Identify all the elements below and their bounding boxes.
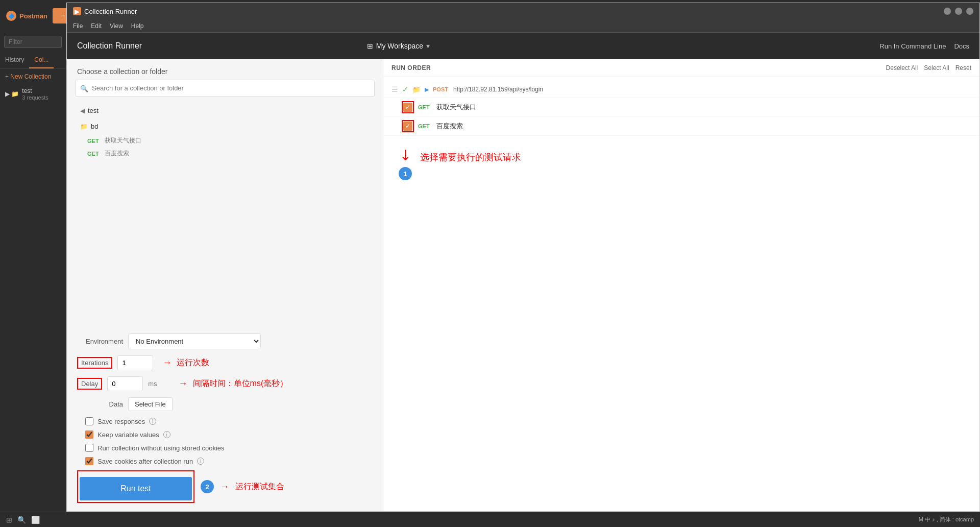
postman-logo: 🔷 Postman [6,11,47,21]
run-test-button[interactable]: Run test [80,477,192,500]
annotation-1-area: ↘ 1 选择需要执行的测试请求 [383,136,979,190]
outer-sidebar: History Col... + New Collection ▶ 📁 test… [0,32,66,527]
postman-logo-icon: 🔷 [6,11,16,21]
login-url: http://182.92.81.159/api/sys/login [453,86,543,93]
run-order-header: RUN ORDER Deselect All Select All Reset [383,59,979,77]
baidu-checkbox[interactable]: ✓ [403,122,412,131]
keep-variable-label: Keep variable values [97,431,159,439]
get-badge-1: GET [87,138,102,144]
weather-checkbox[interactable]: ✓ [403,103,412,112]
sub-item-weather[interactable]: GET 获取天气接口 [75,134,375,147]
deselect-all-button[interactable]: Deselect All [886,64,918,71]
run-order-actions: Deselect All Select All Reset [886,64,971,71]
menu-file[interactable]: File [73,22,83,30]
baidu-checkbox-highlight: ✓ [402,120,414,132]
status-search-icon[interactable]: 🔍 [17,516,26,524]
delay-unit: ms [148,380,157,388]
filter-input[interactable] [4,36,62,48]
run-button-row: Run test 2 → 运行测试集合 [77,470,373,503]
runner-header-title: Collection Runner [77,41,142,51]
save-cookies-info-icon[interactable]: i [197,458,204,465]
new-collection-button[interactable]: + New Collection [0,69,66,84]
sidebar-collection-test[interactable]: ▶ 📁 test 3 requests [0,84,66,104]
window-controls: — □ ✕ [944,8,973,15]
save-cookies-row: Save cookies after collection run i [77,457,373,465]
run-order-title: RUN ORDER [391,64,886,71]
reset-button[interactable]: Reset [955,64,971,71]
list-item-bd[interactable]: 📁 bd [75,118,375,134]
folder-bd-icon: 📁 [80,123,88,130]
runner-left-panel: Choose a collection or folder 🔍 ◀ test 📁… [67,59,383,511]
workspace-grid-icon: ⊞ [367,42,373,50]
close-button[interactable]: ✕ [966,8,973,15]
save-cookies-checkbox[interactable] [85,457,93,465]
delay-row: Delay ms → 间隔时间：单位ms(毫秒） [77,376,373,391]
minimize-button[interactable]: — [944,8,951,15]
select-all-button[interactable]: Select All [924,64,949,71]
run-order-item-weather-wrapper: ✓ GET 获取天气接口 [383,98,979,117]
arrow-iterations: → [162,357,172,368]
tab-collections[interactable]: Col... [29,52,54,68]
save-cookies-label: Save cookies after collection run [97,458,193,465]
get-badge-2: GET [87,151,102,157]
runner-menubar: File Edit View Help [67,19,979,33]
callout-circle-1: 1 [399,167,412,180]
status-bar: ⊞ 🔍 ⬜ M 中 ♪ , 简体 : otcamp [0,512,980,527]
select-file-button[interactable]: Select File [128,397,173,411]
status-icons: ⊞ 🔍 ⬜ [6,516,40,524]
filter-area [0,32,66,52]
status-grid-icon[interactable]: ⊞ [6,516,12,524]
search-box: 🔍 [75,80,375,97]
list-item-test[interactable]: ◀ test [75,103,375,118]
collection-sub: 3 requests [22,94,48,101]
delay-annotation: 间隔时间：单位ms(毫秒） [193,378,288,389]
arrow-delay: → [179,378,188,389]
environment-select[interactable]: No Environment [128,333,261,349]
drag-handle-icon[interactable]: ☰ [391,85,398,93]
no-cookies-checkbox[interactable] [85,444,93,452]
run-in-command-line-button[interactable]: Run In Command Line [879,42,946,50]
baidu-request-label: 百度搜索 [436,122,463,131]
menu-help[interactable]: Help [131,22,144,30]
iterations-row: Iterations → 运行次数 [77,355,373,370]
menu-edit[interactable]: Edit [91,22,102,30]
no-cookies-label: Run collection without using stored cook… [97,444,225,452]
search-input[interactable] [75,80,375,97]
arrow-select-icon: ↘ [395,145,415,165]
save-responses-row: Save responses i [77,417,373,425]
iterations-label: Iterations [81,359,108,367]
status-layout-icon[interactable]: ⬜ [31,516,40,524]
iterations-annotation: 运行次数 [177,357,209,368]
workspace-caret-icon: ▾ [426,42,430,50]
keep-variable-checkbox[interactable] [85,430,93,439]
save-responses-checkbox[interactable] [85,417,93,425]
data-row: Data Select File [77,397,373,411]
workspace-label: My Workspace [376,42,423,50]
workspace-selector[interactable]: ⊞ My Workspace ▾ [367,42,430,50]
check-icon: ✓ [402,85,408,93]
select-annotation: 选择需要执行的测试请求 [420,151,521,163]
collection-list: ◀ test 📁 bd GET 获取天气接口 [67,103,383,325]
new-btn-plus-icon: ＋ [60,11,66,20]
baidu-get-badge: GET [418,123,432,129]
run-order-item-weather: ✓ GET 获取天气接口 [383,98,979,117]
status-text: M 中 ♪ , 简体 : otcamp [919,516,974,523]
iterations-highlight: Iterations [77,357,112,369]
runner-header: Collection Runner ⊞ My Workspace ▾ Run I… [67,33,979,59]
tab-history[interactable]: History [0,52,29,68]
save-responses-info-icon[interactable]: i [149,418,156,425]
coll-bd-name: bd [91,123,98,130]
weather-request-name: 获取天气接口 [105,136,141,145]
sub-item-baidu[interactable]: GET 百度搜索 [75,147,375,160]
maximize-button[interactable]: □ [955,8,962,15]
menu-view[interactable]: View [110,22,123,30]
postman-app-title: Postman [19,12,47,20]
callout-circle-2: 2 [201,480,214,493]
iterations-input[interactable] [117,355,153,370]
no-cookies-row: Run collection without using stored cook… [77,444,373,452]
docs-button[interactable]: Docs [954,42,969,50]
delay-input[interactable] [107,376,143,391]
keep-variable-info-icon[interactable]: i [163,431,170,438]
collection-name: test [22,87,48,94]
runner-body: Choose a collection or folder 🔍 ◀ test 📁… [67,59,979,511]
